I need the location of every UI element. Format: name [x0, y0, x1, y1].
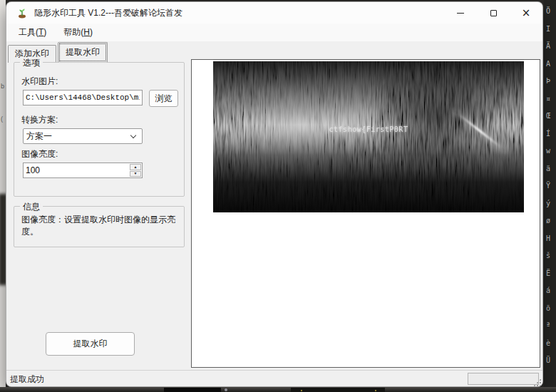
- tab-extract-watermark[interactable]: 提取水印: [58, 42, 108, 63]
- seedling-app-icon: [16, 7, 28, 19]
- spin-up-button[interactable]: ▲: [130, 164, 141, 170]
- watermark-flag-text: ctfshow{FirstP0RT: [213, 125, 524, 133]
- desktop-right-glyphs: Ö I Ä A Þ ¤ Œ Í w ä Ÿ ý ø H š Ë á õ ª è …: [544, 0, 556, 370]
- extract-watermark-button[interactable]: 提取水印: [46, 332, 135, 356]
- menu-tools[interactable]: 工具(T): [14, 24, 51, 41]
- minimize-button[interactable]: [444, 2, 477, 24]
- desktop-right-strip: Ö I Ä A Þ ¤ Œ Í w ä Ÿ ý ø H š Ë á õ ª è …: [544, 0, 556, 392]
- info-text: 图像亮度：设置提取水印时图像的显示亮度。: [21, 214, 180, 238]
- close-icon: ×: [522, 8, 531, 19]
- maximize-icon: [490, 10, 497, 16]
- status-message: 提取成功: [10, 373, 44, 386]
- spin-down-button[interactable]: ▼: [130, 171, 141, 177]
- progress-bar: [468, 373, 539, 385]
- conversion-scheme-label: 转换方案:: [21, 114, 58, 126]
- conversion-scheme-value: 方案一: [26, 130, 52, 143]
- taskbar-icon-dots: [225, 388, 227, 391]
- chevron-down-icon: [130, 133, 136, 138]
- menu-help[interactable]: 帮助(H): [58, 24, 98, 41]
- image-brightness-value: 100: [26, 165, 40, 175]
- status-bar: 提取成功: [6, 370, 542, 387]
- options-groupbox-title: 选项: [20, 57, 43, 69]
- menubar: 工具(T) 帮助(H): [6, 24, 542, 41]
- desktop-left-strip: b (: [0, 0, 6, 392]
- taskbar-window-block: [164, 388, 221, 392]
- app-window: 隐形水印工具 V1.2---吾爱破解论坛首发 × 工具(T) 帮助(H) 添加水…: [6, 1, 543, 387]
- taskbar-window-block-2: [291, 388, 385, 392]
- close-button[interactable]: ×: [510, 2, 542, 24]
- caption-controls: ×: [444, 2, 542, 24]
- taskbar[interactable]: [0, 387, 556, 392]
- image-display-panel: ctfshow{FirstP0RT: [191, 59, 540, 368]
- image-brightness-label: 图像亮度:: [21, 148, 58, 160]
- spin-buttons: ▲ ▼: [130, 164, 141, 177]
- desktop-left-glyphs: b (: [0, 70, 4, 135]
- watermark-image-label: 水印图片:: [21, 76, 58, 88]
- spin-up-icon: ▲: [134, 165, 138, 169]
- image-brightness-stepper[interactable]: 100 ▲ ▼: [23, 163, 143, 178]
- maximize-button[interactable]: [477, 2, 510, 24]
- conversion-scheme-select[interactable]: 方案一: [23, 128, 143, 144]
- browse-button[interactable]: 浏览: [149, 90, 178, 107]
- spin-down-icon: ▼: [134, 172, 138, 175]
- minimize-icon: [457, 13, 464, 14]
- extracted-watermark-image: ctfshow{FirstP0RT: [213, 61, 524, 212]
- titlebar[interactable]: 隐形水印工具 V1.2---吾爱破解论坛首发 ×: [6, 2, 542, 24]
- watermark-image-path-input[interactable]: [23, 90, 143, 105]
- window-title: 隐形水印工具 V1.2---吾爱破解论坛首发: [34, 7, 182, 19]
- info-groupbox-title: 信息: [20, 201, 43, 213]
- info-groupbox: 信息 图像亮度：设置提取水印时图像的显示亮度。: [14, 206, 185, 247]
- options-groupbox: 选项 水印图片: 浏览 转换方案: 方案一 图像亮度: 100 ▲ ▼: [14, 62, 185, 197]
- noise-shade-bottom: [213, 61, 524, 212]
